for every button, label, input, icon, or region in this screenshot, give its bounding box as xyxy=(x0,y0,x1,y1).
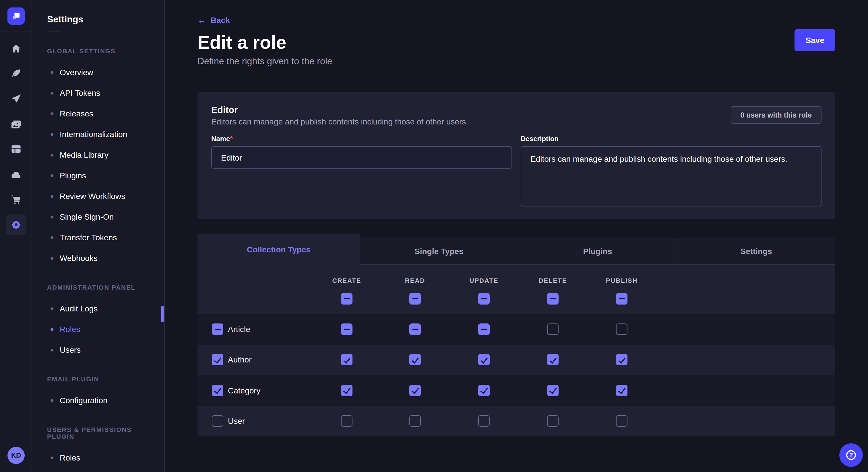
row-select-checkbox[interactable] xyxy=(212,323,223,335)
shopping-cart-icon[interactable] xyxy=(10,194,22,205)
update-checkbox[interactable] xyxy=(478,415,490,427)
sidebar-item-internationalization[interactable]: Internationalization xyxy=(32,124,164,144)
delete-checkbox[interactable] xyxy=(547,415,559,427)
sidebar-item-plugins[interactable]: Plugins xyxy=(32,165,164,186)
tab-single-types[interactable]: Single Types xyxy=(360,238,518,265)
sidebar-item-audit-logs[interactable]: Audit Logs xyxy=(32,298,164,319)
table-row-article: Article xyxy=(197,314,835,344)
sidebar-item-up-roles[interactable]: Roles xyxy=(32,447,164,468)
layout-icon[interactable] xyxy=(10,143,22,155)
update-checkbox[interactable] xyxy=(478,354,490,365)
strapi-logo[interactable] xyxy=(7,7,25,25)
sidebar-scrollbar-thumb[interactable] xyxy=(161,306,164,322)
arrow-left-icon: ← xyxy=(197,15,206,25)
read-checkbox[interactable] xyxy=(409,415,421,427)
update-checkbox[interactable] xyxy=(478,323,490,335)
select-all-publish-checkbox[interactable] xyxy=(616,293,627,305)
role-name-heading: Editor xyxy=(211,104,822,115)
sidebar-item-releases[interactable]: Releases xyxy=(32,103,164,124)
delete-checkbox[interactable] xyxy=(547,323,559,335)
sidebar-item-roles[interactable]: Roles xyxy=(32,319,164,339)
read-checkbox[interactable] xyxy=(409,323,421,335)
sidebar-item-review-workflows[interactable]: Review Workflows xyxy=(32,186,164,206)
sidebar-item-media-library[interactable]: Media Library xyxy=(32,144,164,165)
permissions-tabs: Collection Types Single Types Plugins Se… xyxy=(197,234,835,265)
section-label-email-plugin: EMAIL PLUGIN xyxy=(47,376,149,382)
tab-plugins[interactable]: Plugins xyxy=(518,238,677,265)
home-icon[interactable] xyxy=(10,43,22,55)
sidebar-item-users[interactable]: Users xyxy=(32,339,164,360)
permissions-table: CREATE READ UPDATE DELETE PUBLISH Articl… xyxy=(197,265,835,436)
bullet-icon xyxy=(51,307,53,310)
sidebar-item-transfer-tokens[interactable]: Transfer Tokens xyxy=(32,227,164,248)
select-all-update-checkbox[interactable] xyxy=(478,293,490,305)
sidebar-item-webhooks[interactable]: Webhooks xyxy=(32,248,164,268)
role-info-card: Editor Editors can manage and publish co… xyxy=(197,92,835,219)
delete-checkbox[interactable] xyxy=(547,354,559,365)
table-row-category: Category xyxy=(197,375,835,406)
create-checkbox[interactable] xyxy=(341,384,352,396)
permissions-table-header: CREATE READ UPDATE DELETE PUBLISH xyxy=(197,265,835,314)
sidebar-title: Settings xyxy=(32,0,164,25)
page-title: Edit a role xyxy=(197,33,286,52)
user-avatar[interactable]: KD xyxy=(7,447,25,464)
read-checkbox[interactable] xyxy=(409,384,421,396)
delete-checkbox[interactable] xyxy=(547,384,559,396)
row-select-checkbox[interactable] xyxy=(212,384,223,396)
select-all-delete-checkbox[interactable] xyxy=(547,293,559,305)
read-checkbox[interactable] xyxy=(409,354,421,365)
bullet-icon xyxy=(51,348,53,351)
column-header-delete: DELETE xyxy=(524,277,582,284)
bullet-icon xyxy=(51,257,53,260)
sidebar-title-divider xyxy=(47,32,61,32)
bullet-icon xyxy=(51,399,53,402)
name-field-group: Name* xyxy=(211,135,512,209)
column-header-publish: PUBLISH xyxy=(593,277,650,284)
email-plugin-items: Configuration xyxy=(32,390,164,411)
create-checkbox[interactable] xyxy=(341,415,352,427)
strapi-logo-icon xyxy=(10,10,22,22)
select-all-create-checkbox[interactable] xyxy=(341,293,352,305)
name-label: Name* xyxy=(211,135,512,143)
tab-collection-types[interactable]: Collection Types xyxy=(197,234,360,265)
save-button[interactable]: Save xyxy=(795,29,835,51)
sidebar-item-api-tokens[interactable]: API Tokens xyxy=(32,82,164,103)
users-with-role-button[interactable]: 0 users with this role xyxy=(731,106,822,124)
publish-checkbox[interactable] xyxy=(616,323,627,335)
settings-gear-icon xyxy=(10,219,22,231)
description-textarea[interactable]: Editors can manage and publish contents … xyxy=(521,146,822,206)
paper-plane-icon[interactable] xyxy=(10,93,22,104)
select-all-read-checkbox[interactable] xyxy=(409,293,421,305)
administration-panel-items: Audit Logs Roles Users xyxy=(32,298,164,360)
users-permissions-items: Roles Providers xyxy=(32,447,164,472)
create-checkbox[interactable] xyxy=(341,354,352,365)
back-link[interactable]: ← Back xyxy=(197,0,230,25)
publish-checkbox[interactable] xyxy=(616,354,627,365)
images-icon[interactable] xyxy=(10,119,22,130)
column-header-update: UPDATE xyxy=(455,277,513,284)
publish-checkbox[interactable] xyxy=(616,415,627,427)
name-input[interactable] xyxy=(211,146,512,169)
tab-settings[interactable]: Settings xyxy=(677,238,835,265)
bullet-icon xyxy=(51,456,53,459)
create-checkbox[interactable] xyxy=(341,323,352,335)
help-button[interactable]: ? xyxy=(839,443,863,467)
content-type-label: Author xyxy=(228,344,252,375)
column-header-create: CREATE xyxy=(318,277,375,284)
sidebar-item-single-sign-on[interactable]: Single Sign-On xyxy=(32,206,164,227)
content-type-label: Category xyxy=(228,375,260,406)
cloud-icon[interactable] xyxy=(10,169,22,181)
update-checkbox[interactable] xyxy=(478,384,490,396)
publish-checkbox[interactable] xyxy=(616,384,627,396)
feather-icon[interactable] xyxy=(10,68,22,79)
nav-rail: KD xyxy=(0,0,32,472)
bullet-icon xyxy=(51,92,53,94)
settings-sidebar: Settings GLOBAL SETTINGS Overview API To… xyxy=(32,0,165,472)
sidebar-item-configuration[interactable]: Configuration xyxy=(32,390,164,411)
avatar-initials: KD xyxy=(11,451,21,460)
row-select-checkbox[interactable] xyxy=(212,354,223,365)
sidebar-item-overview[interactable]: Overview xyxy=(32,62,164,82)
settings-nav-active[interactable] xyxy=(6,214,26,235)
sidebar-item-up-providers[interactable]: Providers xyxy=(32,468,164,472)
row-select-checkbox[interactable] xyxy=(212,415,223,427)
